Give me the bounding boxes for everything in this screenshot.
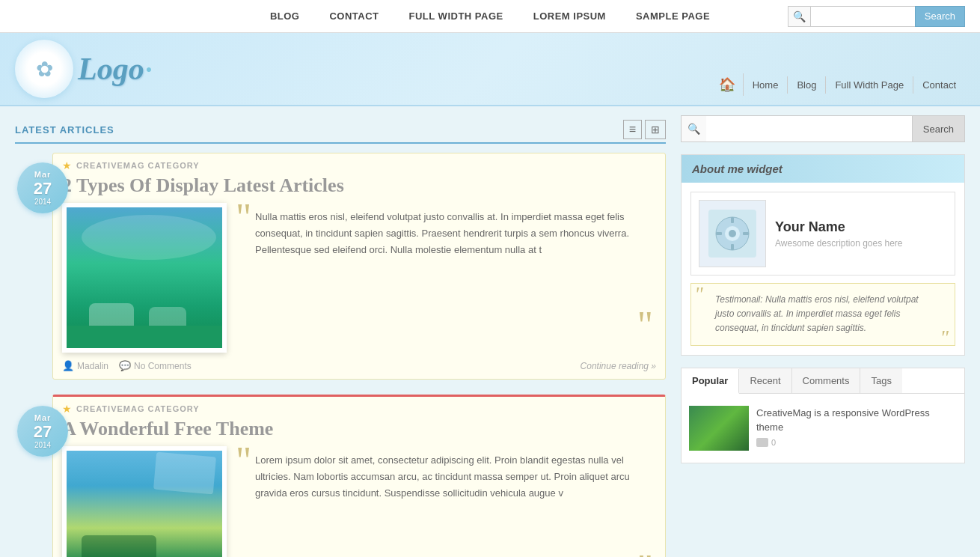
article-author-meta-1: 👤 Madalin bbox=[62, 360, 108, 371]
about-name: Your Name bbox=[775, 219, 903, 235]
svg-rect-3 bbox=[731, 217, 734, 223]
top-navigation: BLOG CONTACT FULL WIDTH PAGE LOREM IPSUM… bbox=[0, 0, 980, 33]
tab-comments[interactable]: Comments bbox=[792, 368, 861, 393]
top-nav-search: 🔍 Search bbox=[788, 6, 965, 27]
date-badge-2: Mar 27 2014 bbox=[17, 406, 68, 457]
about-avatar bbox=[699, 200, 766, 267]
tab-recent[interactable]: Recent bbox=[739, 368, 791, 393]
article-author-1[interactable]: Madalin bbox=[77, 361, 108, 371]
article-title-1[interactable]: 2 Types Of Display Latest Articles bbox=[53, 173, 665, 203]
about-widget: About me widget bbox=[681, 154, 965, 356]
tabs-widget: Popular Recent Comments Tags CreativeMag… bbox=[681, 368, 965, 463]
category-star-icon-2: ★ bbox=[62, 403, 72, 415]
article-footer-1: 👤 Madalin 💬 No Comments Continue reading… bbox=[53, 353, 665, 371]
logo-dot: ● bbox=[146, 63, 152, 75]
article-body-2: " Lorem ipsum dolor sit amet, consectetu… bbox=[53, 446, 665, 557]
top-search-input[interactable] bbox=[810, 6, 915, 27]
secondary-nav-blog[interactable]: Blog bbox=[788, 76, 826, 94]
date-day-2: 27 bbox=[34, 424, 52, 440]
sidebar-search-button[interactable]: Search bbox=[912, 116, 964, 141]
nav-full-width-page[interactable]: FULL WIDTH PAGE bbox=[409, 10, 503, 22]
author-icon-1: 👤 bbox=[62, 360, 74, 371]
date-year-2: 2014 bbox=[34, 440, 51, 450]
article-category-2: CREATIVEMAG CATEGORY bbox=[76, 404, 200, 413]
tab-item-image bbox=[689, 406, 749, 451]
search-icon: 🔍 bbox=[788, 6, 810, 27]
article-quote-wrap-2: " Lorem ipsum dolor sit amet, consectetu… bbox=[239, 446, 656, 557]
logo-circle: ✿ bbox=[15, 40, 73, 98]
testimonial-box: " Testimonail: Nulla mattis eros nisl, e… bbox=[690, 283, 955, 346]
svg-point-2 bbox=[729, 230, 736, 237]
sidebar-search: 🔍 Search bbox=[681, 115, 965, 142]
comment-bubble-icon-1: 💬 bbox=[119, 360, 131, 371]
tab-tags[interactable]: Tags bbox=[860, 368, 901, 393]
testimonial-quote-close: " bbox=[940, 327, 949, 348]
article-body-1: " Nulla mattis eros nisl, eleifend volut… bbox=[53, 203, 665, 353]
content-area: LATEST ARTICLES ≡ ⊞ Mar 27 2014 ★ CREATI… bbox=[15, 115, 666, 557]
secondary-nav-full-width[interactable]: Full Width Page bbox=[826, 76, 913, 94]
tab-item: CreativeMag is a responsive WordPress th… bbox=[689, 401, 957, 455]
about-avatar-inner bbox=[708, 210, 756, 258]
articles-title: LATEST ARTICLES bbox=[15, 124, 114, 136]
article-card-1: Mar 27 2014 ★ CREATIVEMAG CATEGORY 2 Typ… bbox=[52, 153, 666, 380]
about-card: Your Name Awesome description goes here bbox=[690, 192, 955, 276]
tab-popular[interactable]: Popular bbox=[682, 369, 739, 394]
grid-view-button[interactable]: ⊞ bbox=[645, 120, 666, 139]
sidebar-search-icon: 🔍 bbox=[682, 116, 706, 141]
about-widget-header: About me widget bbox=[682, 155, 964, 183]
logo-text: Logo bbox=[78, 51, 144, 87]
about-description: Awesome description goes here bbox=[775, 238, 903, 249]
sidebar: 🔍 Search About me widget bbox=[681, 115, 965, 557]
article-excerpt-2: Lorem ipsum dolor sit amet, consectetur … bbox=[239, 446, 656, 502]
articles-header: LATEST ARTICLES ≡ ⊞ bbox=[15, 115, 666, 144]
tab-item-content: CreativeMag is a responsive WordPress th… bbox=[756, 406, 957, 447]
nav-sample-page[interactable]: SAMPLE PAGE bbox=[636, 10, 710, 22]
nav-contact[interactable]: CONTACT bbox=[329, 10, 379, 22]
articles-list: Mar 27 2014 ★ CREATIVEMAG CATEGORY 2 Typ… bbox=[15, 153, 666, 557]
quote-close-icon-1: " bbox=[637, 306, 653, 345]
article-comments-meta-1: 💬 No Comments bbox=[119, 360, 192, 371]
about-widget-body: Your Name Awesome description goes here … bbox=[682, 183, 964, 355]
article-category-row-2: ★ CREATIVEMAG CATEGORY bbox=[53, 397, 665, 416]
nav-blog[interactable]: BLOG bbox=[270, 10, 300, 22]
secondary-nav-home[interactable]: Home bbox=[744, 76, 788, 94]
article-excerpt-1: Nulla mattis eros nisl, eleifend volutpa… bbox=[239, 203, 656, 258]
site-header: ✿ Logo ● 🏠 Home Blog Full Width Page Con… bbox=[0, 33, 980, 106]
date-year-1: 2014 bbox=[34, 197, 51, 207]
logo-area: ✿ Logo ● bbox=[15, 40, 152, 98]
list-view-button[interactable]: ≡ bbox=[623, 120, 642, 139]
svg-rect-5 bbox=[716, 232, 722, 235]
article-comments-1[interactable]: No Comments bbox=[134, 361, 192, 371]
secondary-nav-home-icon[interactable]: 🏠 bbox=[711, 73, 744, 96]
article-quote-wrap-1: " Nulla mattis eros nisl, eleifend volut… bbox=[239, 203, 656, 353]
about-info: Your Name Awesome description goes here bbox=[775, 200, 903, 267]
article-image-1 bbox=[62, 203, 227, 353]
svg-rect-4 bbox=[731, 244, 734, 250]
comment-box-icon bbox=[756, 438, 768, 447]
article-title-2[interactable]: A Wonderful Free Theme bbox=[53, 416, 665, 446]
logo-icon: ✿ bbox=[36, 57, 53, 82]
secondary-nav-contact[interactable]: Contact bbox=[913, 76, 965, 94]
sidebar-search-input[interactable] bbox=[706, 116, 912, 141]
testimonial-text: Testimonail: Nulla mattis eros nisl, ele… bbox=[705, 293, 941, 336]
testimonial-quote-open: " bbox=[694, 284, 703, 305]
quote-open-icon-1: " bbox=[236, 198, 251, 237]
tab-item-comment-count: 0 bbox=[771, 438, 776, 447]
quote-close-icon-2: " bbox=[637, 550, 653, 557]
tabs-header: Popular Recent Comments Tags bbox=[682, 368, 964, 394]
view-controls: ≡ ⊞ bbox=[623, 120, 666, 139]
date-badge-1: Mar 27 2014 bbox=[17, 162, 68, 213]
article-card-2: Mar 27 2014 ★ CREATIVEMAG CATEGORY A Won… bbox=[52, 395, 666, 557]
article-category-row-1: ★ CREATIVEMAG CATEGORY bbox=[53, 153, 665, 173]
article-image-2 bbox=[62, 446, 227, 557]
top-search-button[interactable]: Search bbox=[915, 6, 965, 27]
secondary-navigation: 🏠 Home Blog Full Width Page Contact bbox=[711, 73, 965, 96]
tab-item-comments: 0 bbox=[756, 438, 957, 447]
quote-open-icon-2: " bbox=[236, 442, 251, 481]
main-layout: LATEST ARTICLES ≡ ⊞ Mar 27 2014 ★ CREATI… bbox=[0, 106, 980, 557]
tab-item-text[interactable]: CreativeMag is a responsive WordPress th… bbox=[756, 406, 957, 435]
continue-reading-1[interactable]: Continue reading » bbox=[581, 361, 656, 371]
article-category-1: CREATIVEMAG CATEGORY bbox=[76, 161, 200, 170]
nav-lorem-ipsum[interactable]: LOREM IPSUM bbox=[533, 10, 606, 22]
category-star-icon-1: ★ bbox=[62, 159, 72, 171]
